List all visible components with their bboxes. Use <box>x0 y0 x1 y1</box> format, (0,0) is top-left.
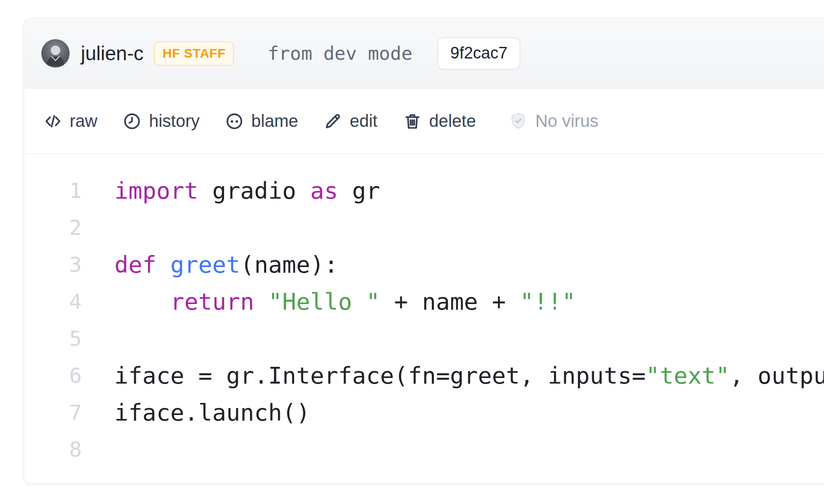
code-line: 4 return "Hello " + name + "!!" <box>51 283 824 320</box>
code-line: 7iface.launch() <box>51 394 824 431</box>
commit-hash-button[interactable]: 9f2cac7 <box>437 37 520 70</box>
raw-label: raw <box>70 111 97 131</box>
line-number[interactable]: 6 <box>51 363 82 387</box>
line-number[interactable]: 3 <box>51 252 82 277</box>
avatar-silhouette <box>41 39 70 68</box>
hf-staff-badge: HF STAFF <box>154 41 234 66</box>
code-line: 8 <box>51 431 824 468</box>
username-link[interactable]: julien-c <box>81 42 144 65</box>
line-number[interactable]: 7 <box>51 400 82 424</box>
code-icon <box>43 111 63 131</box>
history-button[interactable]: history <box>122 111 200 131</box>
no-virus-status: No virus <box>508 111 599 132</box>
trash-icon <box>403 111 422 131</box>
pencil-icon <box>323 111 343 131</box>
shield-check-icon <box>508 111 529 132</box>
delete-button[interactable]: delete <box>403 111 476 131</box>
line-number[interactable]: 5 <box>51 326 82 350</box>
blame-button[interactable]: blame <box>224 111 298 131</box>
commit-header: julien-c HF STAFF from dev mode 9f2cac7 <box>24 18 824 89</box>
code-text: import gradio as gr <box>114 177 380 204</box>
code-line: 3def greet(name): <box>51 246 824 283</box>
delete-label: delete <box>429 111 476 131</box>
no-virus-label: No virus <box>535 111 599 131</box>
history-label: history <box>149 111 200 131</box>
code-text: return "Hello " + name + "!!" <box>114 288 576 315</box>
file-toolbar: raw history blame edit <box>24 89 824 154</box>
code-line: 2 <box>51 209 824 246</box>
line-number[interactable]: 8 <box>51 437 82 461</box>
edit-label: edit <box>350 111 378 131</box>
avatar[interactable] <box>41 39 70 68</box>
code-text: iface.launch() <box>114 399 310 426</box>
raw-button[interactable]: raw <box>43 111 97 131</box>
code-viewer: 1import gradio as gr23def greet(name):4 … <box>24 154 824 483</box>
clock-icon <box>122 111 142 131</box>
code-text: def greet(name): <box>114 251 338 278</box>
file-viewer-card: julien-c HF STAFF from dev mode 9f2cac7 … <box>24 18 824 484</box>
line-number[interactable]: 1 <box>51 178 82 203</box>
code-line: 1import gradio as gr <box>51 172 824 209</box>
code-line: 6iface = gr.Interface(fn=greet, inputs="… <box>51 357 824 394</box>
code-text: iface = gr.Interface(fn=greet, inputs="t… <box>114 362 824 389</box>
face-icon <box>224 111 244 131</box>
code-line: 5 <box>51 320 824 357</box>
edit-button[interactable]: edit <box>323 111 378 131</box>
line-number[interactable]: 2 <box>51 215 82 240</box>
blame-label: blame <box>251 111 298 131</box>
line-number[interactable]: 4 <box>51 289 82 313</box>
commit-message[interactable]: from dev mode <box>267 43 412 64</box>
